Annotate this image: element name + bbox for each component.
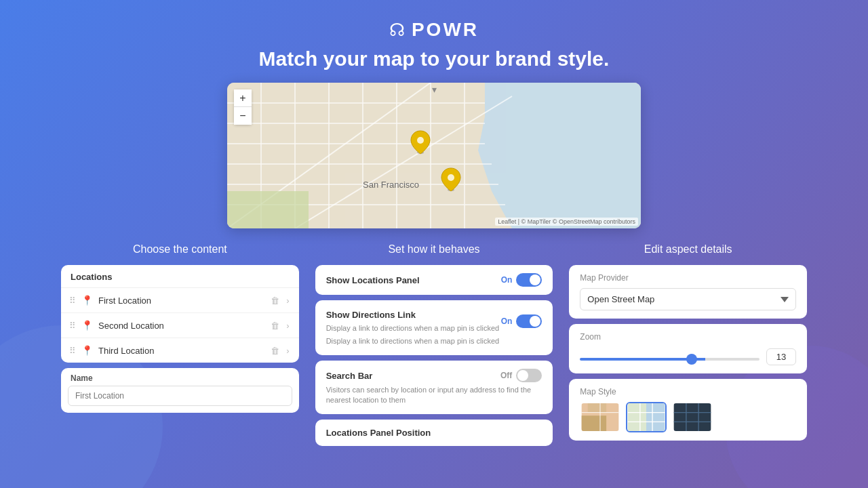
toggle-card-directions: Show Directions Link Display a link to d… [315, 300, 553, 355]
toggle-text-2: Show Directions Link Display a link to d… [326, 308, 500, 333]
map-zoom-out-button[interactable]: − [234, 107, 252, 125]
item-actions-3: 🗑 › [269, 346, 290, 356]
zoom-value-input[interactable] [766, 348, 796, 365]
svg-rect-29 [646, 403, 665, 431]
svg-rect-34 [674, 403, 711, 431]
map-svg: San Francisco [227, 83, 641, 228]
toggle-row-4: Locations Panel Position [326, 428, 542, 438]
item-actions-1: 🗑 › [269, 296, 290, 306]
name-label: Name [61, 368, 299, 386]
locations-panel: Locations ⠿ 📍 First Location 🗑 › ⠿ 📍 Sec… [61, 265, 299, 363]
logo-text: POWR [412, 19, 479, 41]
delete-location-2-button[interactable]: 🗑 [269, 321, 281, 331]
logo-row: ☊ POWR [389, 19, 479, 41]
location-name-3: Third Location [98, 346, 264, 356]
pin-icon-3: 📍 [81, 345, 93, 356]
name-section: Name [61, 368, 299, 413]
svg-rect-17 [227, 191, 309, 228]
location-name-1: First Location [98, 296, 264, 306]
item-actions-2: 🗑 › [269, 321, 290, 331]
map-style-card: Map Style [569, 379, 807, 441]
column-details: Edit aspect details Map Provider Open St… [569, 243, 807, 446]
toggle-knob-3 [517, 370, 528, 381]
toggle-label-3: Search Bar [326, 371, 373, 381]
col3-title: Edit aspect details [644, 243, 732, 256]
toggle-on-label-1: On [501, 275, 513, 285]
toggle-row-2: Show Directions Link Display a link to d… [326, 308, 542, 333]
toggle-text-3: Search Bar [326, 369, 373, 382]
toggle-row-3: Search Bar Off [326, 369, 542, 382]
location-item-2[interactable]: ⠿ 📍 Second Location 🗑 › [61, 313, 299, 338]
pin-icon: 📍 [81, 295, 93, 306]
col1-title: Choose the content [133, 243, 227, 256]
expand-location-1-button[interactable]: › [285, 296, 290, 306]
locations-header: Locations [61, 265, 299, 288]
drag-handle-icon-2: ⠿ [69, 321, 76, 331]
toggle-switch-1[interactable] [516, 273, 542, 287]
map-style-label: Map Style [580, 387, 796, 396]
zoom-card: Zoom [569, 324, 807, 373]
map-container: ▾ [227, 83, 641, 228]
toggle-label-2: Show Directions Link [326, 310, 416, 320]
expand-location-2-button[interactable]: › [285, 321, 290, 331]
map-provider-label: Map Provider [580, 273, 796, 283]
location-item-1[interactable]: ⠿ 📍 First Location 🗑 › [61, 288, 299, 313]
toggle-row-1: Show Locations Panel On [326, 273, 542, 287]
delete-location-3-button[interactable]: 🗑 [269, 346, 281, 356]
toggle-on-label-2: On [501, 317, 513, 326]
map-style-row [580, 402, 796, 432]
map-style-thumb-2[interactable] [626, 402, 667, 432]
svg-point-20 [417, 137, 424, 144]
drag-handle-icon-3: ⠿ [69, 346, 76, 356]
tagline: Match your map to your brand style. [259, 47, 610, 70]
zoom-slider-wrap [580, 351, 760, 363]
toggle-right-1: On [501, 273, 542, 287]
column-content: Choose the content Locations ⠿ 📍 First L… [61, 243, 299, 413]
map-style-thumb-3[interactable] [672, 402, 713, 432]
delete-location-1-button[interactable]: 🗑 [269, 296, 281, 306]
map-provider-card: Map Provider Open Street Map Google Maps… [569, 265, 807, 319]
toggle-right-2: On [501, 314, 542, 328]
map-provider-select[interactable]: Open Street Map Google Maps Mapbox [580, 288, 796, 310]
toggle-desc-2b: Display a link to directions when a map … [326, 336, 542, 346]
toggle-card-position: Locations Panel Position [315, 420, 553, 446]
svg-point-22 [448, 174, 454, 181]
svg-text:San Francisco: San Francisco [363, 180, 419, 190]
svg-marker-1 [478, 83, 641, 228]
map-style-thumb-1[interactable] [580, 402, 620, 432]
toggle-card-search: Search Bar Off Visitors can search by lo… [315, 361, 553, 414]
pin-icon-2: 📍 [81, 320, 93, 331]
toggle-label-4: Locations Panel Position [326, 428, 431, 438]
map-controls[interactable]: + − [234, 89, 252, 125]
expand-location-3-button[interactable]: › [285, 346, 290, 356]
toggle-label-1: Show Locations Panel [326, 275, 420, 285]
svg-rect-25 [588, 403, 606, 413]
toggle-card-locations-panel: Show Locations Panel On [315, 265, 553, 295]
bottom-section: Choose the content Locations ⠿ 📍 First L… [61, 243, 807, 451]
toggle-right-3: Off [500, 369, 542, 382]
zoom-slider[interactable] [580, 358, 760, 361]
toggle-switch-3[interactable] [516, 369, 542, 382]
column-behavior: Set how it behaves Show Locations Panel … [315, 243, 553, 451]
location-name-2: Second Location [98, 321, 264, 331]
map-attribution: Leaflet | © MapTiler © OpenStreetMap con… [495, 218, 638, 226]
location-item-3[interactable]: ⠿ 📍 Third Location 🗑 › [61, 338, 299, 363]
name-input[interactable] [68, 386, 292, 406]
svg-rect-24 [582, 415, 606, 431]
powr-logo-icon: ☊ [389, 20, 405, 41]
toggle-off-label-3: Off [500, 371, 512, 380]
toggle-switch-2[interactable] [516, 314, 542, 328]
toggle-desc-3b: Visitors can search by location or input… [326, 385, 542, 406]
toggle-desc-2: Display a link to directions when a map … [326, 323, 500, 333]
toggle-knob-1 [530, 274, 540, 285]
col2-title: Set how it behaves [388, 243, 479, 256]
zoom-label: Zoom [580, 332, 796, 342]
map-chevron-icon: ▾ [432, 84, 437, 95]
drag-handle-icon: ⠿ [69, 296, 76, 306]
zoom-row [580, 348, 796, 365]
map-zoom-in-button[interactable]: + [234, 89, 252, 107]
toggle-knob-2 [530, 316, 540, 327]
header: ☊ POWR Match your map to your brand styl… [259, 19, 610, 70]
